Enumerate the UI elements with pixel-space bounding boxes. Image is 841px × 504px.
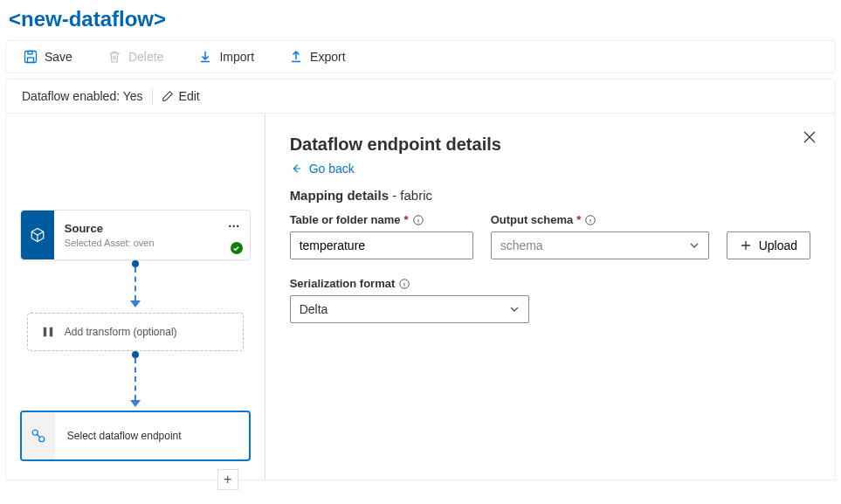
node-source-accent xyxy=(21,211,54,259)
schema-label: Output schema * xyxy=(491,213,709,226)
check-icon xyxy=(232,245,240,252)
node-source-title: Source xyxy=(65,222,239,235)
chevron-down-icon xyxy=(689,240,700,251)
transform-icon xyxy=(42,326,54,338)
detail-title: Dataflow endpoint details xyxy=(290,135,810,155)
add-node-button[interactable]: + xyxy=(217,469,238,490)
plus-icon: + xyxy=(224,473,231,487)
connector-dot xyxy=(132,260,139,267)
import-button[interactable]: Import xyxy=(198,50,254,64)
node-transform[interactable]: Add transform (optional) xyxy=(27,313,244,351)
upload-label: Upload xyxy=(759,238,797,252)
export-icon xyxy=(289,50,303,64)
edit-button[interactable]: Edit xyxy=(162,89,200,103)
plus-icon xyxy=(740,239,752,252)
svg-rect-3 xyxy=(44,328,47,337)
info-icon[interactable] xyxy=(398,278,410,290)
format-value: Delta xyxy=(300,302,328,316)
node-endpoint-label: Select dataflow endpoint xyxy=(67,430,182,442)
delete-label: Delete xyxy=(128,50,163,64)
format-label: Serialization format xyxy=(290,277,529,290)
connector-dot xyxy=(132,351,139,358)
connector-arrow xyxy=(130,300,141,307)
table-label: Table or folder name * xyxy=(290,213,473,226)
connector-line xyxy=(134,358,136,400)
node-source-more[interactable]: … xyxy=(228,216,241,230)
node-transform-label: Add transform (optional) xyxy=(65,326,177,338)
export-label: Export xyxy=(310,50,345,64)
export-button[interactable]: Export xyxy=(289,50,345,64)
svg-rect-0 xyxy=(25,52,37,63)
endpoint-icon-box xyxy=(22,412,55,459)
field-table: Table or folder name * xyxy=(290,213,473,259)
main-content: Source Selected Asset: oven … Add transf… xyxy=(5,114,836,480)
dataflow-canvas: Source Selected Asset: oven … Add transf… xyxy=(6,114,265,480)
success-badge xyxy=(231,242,243,254)
close-icon xyxy=(803,131,816,143)
status-bar: Dataflow enabled: Yes Edit xyxy=(5,79,836,114)
svg-point-6 xyxy=(39,437,45,442)
save-icon xyxy=(24,50,38,64)
schema-select[interactable]: schema xyxy=(491,231,709,259)
node-source-subtitle: Selected Asset: oven xyxy=(65,238,239,248)
form-row-2: Serialization format Delta xyxy=(290,277,810,323)
save-button[interactable]: Save xyxy=(24,50,72,64)
format-select[interactable]: Delta xyxy=(290,295,529,323)
trash-icon xyxy=(107,50,121,64)
detail-pane: Dataflow endpoint details Go back Mappin… xyxy=(265,114,835,480)
info-icon[interactable] xyxy=(412,214,424,226)
node-source[interactable]: Source Selected Asset: oven … xyxy=(20,210,251,260)
connector-arrow xyxy=(130,400,141,407)
chevron-down-icon xyxy=(509,304,520,314)
required-mark: * xyxy=(576,213,581,226)
divider xyxy=(152,88,153,104)
import-icon xyxy=(198,50,212,64)
form-row-1: Table or folder name * Output schema * xyxy=(290,213,810,259)
svg-rect-4 xyxy=(50,328,53,337)
close-button[interactable] xyxy=(803,131,816,143)
node-endpoint[interactable]: Select dataflow endpoint xyxy=(20,411,251,461)
enabled-label: Dataflow enabled: Yes xyxy=(22,89,143,103)
import-label: Import xyxy=(219,50,254,64)
info-icon[interactable] xyxy=(584,214,596,226)
toolbar: Save Delete Import Export xyxy=(5,40,836,73)
schema-placeholder: schema xyxy=(500,238,543,252)
endpoint-icon xyxy=(31,428,46,444)
section-title: Mapping details - fabric xyxy=(290,188,810,203)
go-back-label: Go back xyxy=(309,162,355,176)
field-schema: Output schema * schema xyxy=(491,213,709,259)
delete-button: Delete xyxy=(107,50,163,64)
table-input[interactable] xyxy=(290,231,473,259)
svg-rect-2 xyxy=(28,52,32,55)
svg-point-5 xyxy=(32,430,38,435)
connector-line xyxy=(134,267,136,300)
upload-button[interactable]: Upload xyxy=(727,231,810,259)
page-title: <new-dataflow> xyxy=(0,0,841,40)
field-format: Serialization format Delta xyxy=(290,277,529,323)
save-label: Save xyxy=(45,50,72,64)
arrow-left-icon xyxy=(290,162,302,175)
required-mark: * xyxy=(404,213,409,226)
cube-icon xyxy=(30,227,45,243)
edit-icon xyxy=(162,90,174,102)
go-back-link[interactable]: Go back xyxy=(290,162,355,176)
edit-label: Edit xyxy=(179,89,200,103)
svg-rect-1 xyxy=(28,58,34,63)
